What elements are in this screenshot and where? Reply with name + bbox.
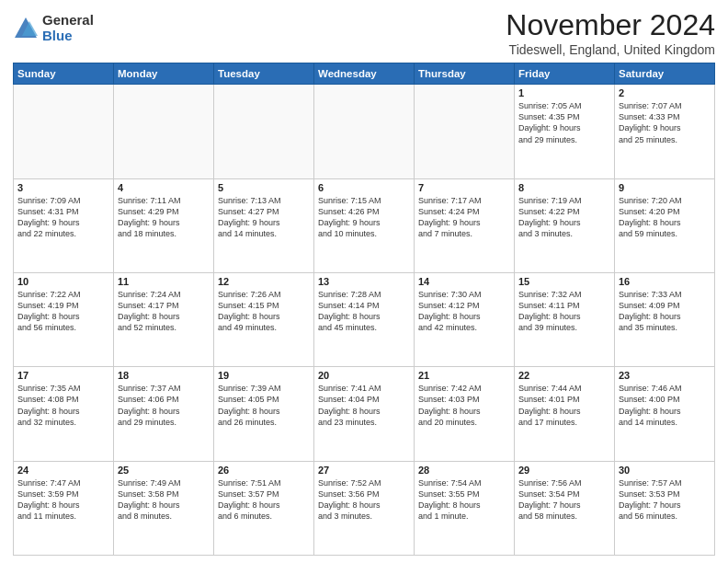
day-info: Sunrise: 7:57 AM Sunset: 3:53 PM Dayligh… [619,477,711,523]
calendar-cell: 18Sunrise: 7:37 AM Sunset: 4:06 PM Dayli… [114,367,214,461]
calendar-cell: 6Sunrise: 7:15 AM Sunset: 4:26 PM Daylig… [314,178,415,272]
day-info: Sunrise: 7:20 AM Sunset: 4:20 PM Dayligh… [619,195,711,240]
calendar-cell: 4Sunrise: 7:11 AM Sunset: 4:29 PM Daylig… [114,178,214,272]
header: General Blue November 2024 Tideswell, En… [13,9,715,57]
col-header-sunday: Sunday [14,63,114,85]
day-number: 18 [118,370,210,381]
day-number: 4 [118,182,210,193]
day-number: 29 [518,465,610,476]
calendar-cell: 22Sunrise: 7:44 AM Sunset: 4:01 PM Dayli… [515,367,615,461]
day-info: Sunrise: 7:44 AM Sunset: 4:01 PM Dayligh… [518,383,610,428]
calendar-cell: 27Sunrise: 7:52 AM Sunset: 3:56 PM Dayli… [314,461,415,555]
calendar-cell: 21Sunrise: 7:42 AM Sunset: 4:03 PM Dayli… [415,367,515,461]
month-title: November 2024 [506,9,715,41]
calendar-cell: 3Sunrise: 7:09 AM Sunset: 4:31 PM Daylig… [14,178,114,272]
calendar-cell: 2Sunrise: 7:07 AM Sunset: 4:33 PM Daylig… [615,85,715,178]
calendar-cell: 25Sunrise: 7:49 AM Sunset: 3:58 PM Dayli… [114,461,214,555]
calendar-week-row: 17Sunrise: 7:35 AM Sunset: 4:08 PM Dayli… [14,367,715,461]
calendar-cell: 1Sunrise: 7:05 AM Sunset: 4:35 PM Daylig… [515,85,615,178]
day-number: 13 [318,276,410,287]
day-number: 20 [318,370,410,381]
day-number: 21 [418,370,510,381]
day-number: 1 [518,87,610,98]
calendar-table: SundayMondayTuesdayWednesdayThursdayFrid… [13,63,715,556]
day-info: Sunrise: 7:39 AM Sunset: 4:05 PM Dayligh… [218,383,310,428]
day-info: Sunrise: 7:42 AM Sunset: 4:03 PM Dayligh… [418,383,510,428]
day-info: Sunrise: 7:56 AM Sunset: 3:54 PM Dayligh… [518,477,610,523]
day-number: 28 [418,465,510,476]
day-info: Sunrise: 7:11 AM Sunset: 4:29 PM Dayligh… [118,195,210,240]
calendar-cell: 29Sunrise: 7:56 AM Sunset: 3:54 PM Dayli… [515,461,615,555]
day-info: Sunrise: 7:49 AM Sunset: 3:58 PM Dayligh… [118,477,210,523]
calendar-week-row: 3Sunrise: 7:09 AM Sunset: 4:31 PM Daylig… [14,178,715,272]
day-info: Sunrise: 7:07 AM Sunset: 4:33 PM Dayligh… [619,100,711,145]
calendar-cell: 9Sunrise: 7:20 AM Sunset: 4:20 PM Daylig… [615,178,715,272]
day-number: 8 [518,182,610,193]
title-block: November 2024 Tideswell, England, United… [506,9,715,57]
calendar-cell: 12Sunrise: 7:26 AM Sunset: 4:15 PM Dayli… [214,272,314,366]
day-info: Sunrise: 7:46 AM Sunset: 4:00 PM Dayligh… [619,383,711,428]
day-info: Sunrise: 7:28 AM Sunset: 4:14 PM Dayligh… [318,289,410,334]
day-info: Sunrise: 7:26 AM Sunset: 4:15 PM Dayligh… [218,289,310,334]
day-info: Sunrise: 7:54 AM Sunset: 3:55 PM Dayligh… [418,477,510,523]
day-info: Sunrise: 7:33 AM Sunset: 4:09 PM Dayligh… [619,289,711,334]
day-number: 23 [619,370,711,381]
col-header-thursday: Thursday [415,63,515,85]
day-info: Sunrise: 7:15 AM Sunset: 4:26 PM Dayligh… [318,195,410,240]
day-info: Sunrise: 7:13 AM Sunset: 4:27 PM Dayligh… [218,195,310,240]
day-number: 2 [619,87,711,98]
calendar-cell: 7Sunrise: 7:17 AM Sunset: 4:24 PM Daylig… [415,178,515,272]
calendar-cell: 8Sunrise: 7:19 AM Sunset: 4:22 PM Daylig… [515,178,615,272]
day-number: 11 [118,276,210,287]
logo-icon [13,16,39,41]
calendar-cell: 23Sunrise: 7:46 AM Sunset: 4:00 PM Dayli… [615,367,715,461]
calendar-week-row: 24Sunrise: 7:47 AM Sunset: 3:59 PM Dayli… [14,461,715,555]
calendar-cell: 24Sunrise: 7:47 AM Sunset: 3:59 PM Dayli… [14,461,114,555]
day-info: Sunrise: 7:47 AM Sunset: 3:59 PM Dayligh… [17,477,109,523]
calendar-cell: 19Sunrise: 7:39 AM Sunset: 4:05 PM Dayli… [214,367,314,461]
col-header-saturday: Saturday [615,63,715,85]
logo-general: General [42,13,94,29]
calendar-week-row: 10Sunrise: 7:22 AM Sunset: 4:19 PM Dayli… [14,272,715,366]
col-header-wednesday: Wednesday [314,63,415,85]
day-number: 26 [218,465,310,476]
day-number: 22 [518,370,610,381]
day-number: 5 [218,182,310,193]
calendar-cell: 20Sunrise: 7:41 AM Sunset: 4:04 PM Dayli… [314,367,415,461]
calendar-cell [415,85,515,178]
day-number: 3 [17,182,109,193]
col-header-friday: Friday [515,63,615,85]
day-info: Sunrise: 7:35 AM Sunset: 4:08 PM Dayligh… [17,383,109,428]
day-number: 15 [518,276,610,287]
calendar-cell: 5Sunrise: 7:13 AM Sunset: 4:27 PM Daylig… [214,178,314,272]
day-number: 12 [218,276,310,287]
calendar-cell: 26Sunrise: 7:51 AM Sunset: 3:57 PM Dayli… [214,461,314,555]
calendar-cell [214,85,314,178]
day-info: Sunrise: 7:37 AM Sunset: 4:06 PM Dayligh… [118,383,210,428]
calendar-header-row: SundayMondayTuesdayWednesdayThursdayFrid… [14,63,715,85]
day-info: Sunrise: 7:17 AM Sunset: 4:24 PM Dayligh… [418,195,510,240]
day-info: Sunrise: 7:52 AM Sunset: 3:56 PM Dayligh… [318,477,410,523]
calendar-cell [114,85,214,178]
calendar-cell [314,85,415,178]
day-number: 7 [418,182,510,193]
day-info: Sunrise: 7:05 AM Sunset: 4:35 PM Dayligh… [518,100,610,145]
calendar-cell: 28Sunrise: 7:54 AM Sunset: 3:55 PM Dayli… [415,461,515,555]
calendar-cell: 13Sunrise: 7:28 AM Sunset: 4:14 PM Dayli… [314,272,415,366]
day-number: 17 [17,370,109,381]
day-number: 14 [418,276,510,287]
calendar-cell: 16Sunrise: 7:33 AM Sunset: 4:09 PM Dayli… [615,272,715,366]
calendar-cell: 11Sunrise: 7:24 AM Sunset: 4:17 PM Dayli… [114,272,214,366]
day-info: Sunrise: 7:30 AM Sunset: 4:12 PM Dayligh… [418,289,510,334]
calendar-cell [14,85,114,178]
page: General Blue November 2024 Tideswell, En… [0,0,728,563]
day-info: Sunrise: 7:22 AM Sunset: 4:19 PM Dayligh… [17,289,109,334]
day-number: 25 [118,465,210,476]
location: Tideswell, England, United Kingdom [506,42,715,57]
day-info: Sunrise: 7:41 AM Sunset: 4:04 PM Dayligh… [318,383,410,428]
day-info: Sunrise: 7:09 AM Sunset: 4:31 PM Dayligh… [17,195,109,240]
calendar-cell: 30Sunrise: 7:57 AM Sunset: 3:53 PM Dayli… [615,461,715,555]
calendar-cell: 10Sunrise: 7:22 AM Sunset: 4:19 PM Dayli… [14,272,114,366]
day-number: 16 [619,276,711,287]
day-number: 30 [619,465,711,476]
